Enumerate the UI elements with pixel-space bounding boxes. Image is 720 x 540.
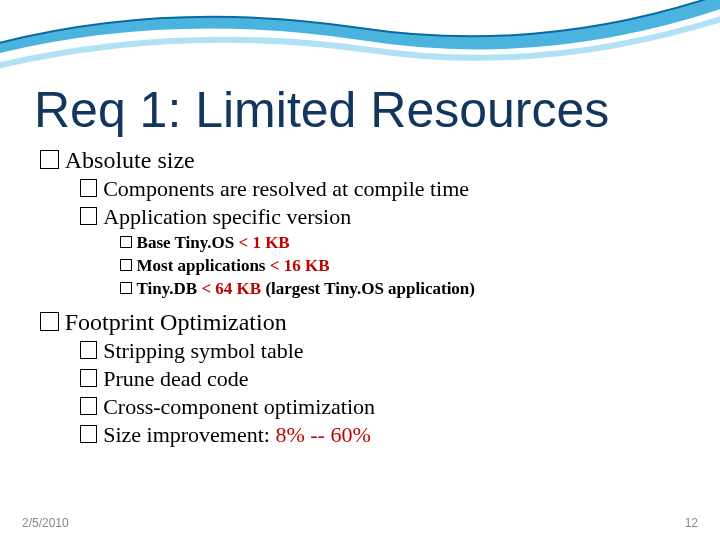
footer-page-number: 12: [685, 516, 698, 530]
bullet-prune: Prune dead code: [80, 366, 690, 392]
bullet-text: Application specific version: [103, 204, 351, 229]
bullet-pre: Base Tiny.OS: [137, 233, 239, 252]
footer-date: 2/5/2010: [22, 516, 69, 530]
bullet-red: < 1 KB: [238, 233, 289, 252]
bullet-tinydb: Tiny.DB < 64 KB (largest Tiny.OS applica…: [120, 279, 690, 299]
bullet-text: Stripping symbol table: [103, 338, 303, 363]
bullet-text: Footprint Optimization: [65, 309, 287, 335]
bullet-text: Absolute size: [65, 147, 195, 173]
slide-title: Req 1: Limited Resources: [34, 84, 690, 137]
bullet-pre: Tiny.DB: [137, 279, 202, 298]
bullet-cross-component: Cross-component optimization: [80, 394, 690, 420]
bullet-pre: Most applications: [137, 256, 270, 275]
bullet-footprint-opt: Footprint Optimization: [40, 309, 690, 336]
bullet-app-specific: Application specific version: [80, 204, 690, 230]
bullet-red: < 16 KB: [270, 256, 330, 275]
bullet-most-apps: Most applications < 16 KB: [120, 256, 690, 276]
bullet-text: Components are resolved at compile time: [103, 176, 469, 201]
bullet-text: Cross-component optimization: [103, 394, 375, 419]
bullet-pre: Size improvement:: [103, 422, 275, 447]
bullet-post: (largest Tiny.OS application): [265, 279, 475, 298]
bullet-red: 8% -- 60%: [275, 422, 370, 447]
bullet-components-resolved: Components are resolved at compile time: [80, 176, 690, 202]
bullet-stripping: Stripping symbol table: [80, 338, 690, 364]
bullet-base-tinyos: Base Tiny.OS < 1 KB: [120, 233, 690, 253]
bullet-size-improvement: Size improvement: 8% -- 60%: [80, 422, 690, 448]
bullet-red: < 64 KB: [201, 279, 265, 298]
slide-content: Req 1: Limited Resources Absolute size C…: [34, 84, 690, 448]
bullet-absolute-size: Absolute size: [40, 147, 690, 174]
bullet-text: Prune dead code: [103, 366, 248, 391]
